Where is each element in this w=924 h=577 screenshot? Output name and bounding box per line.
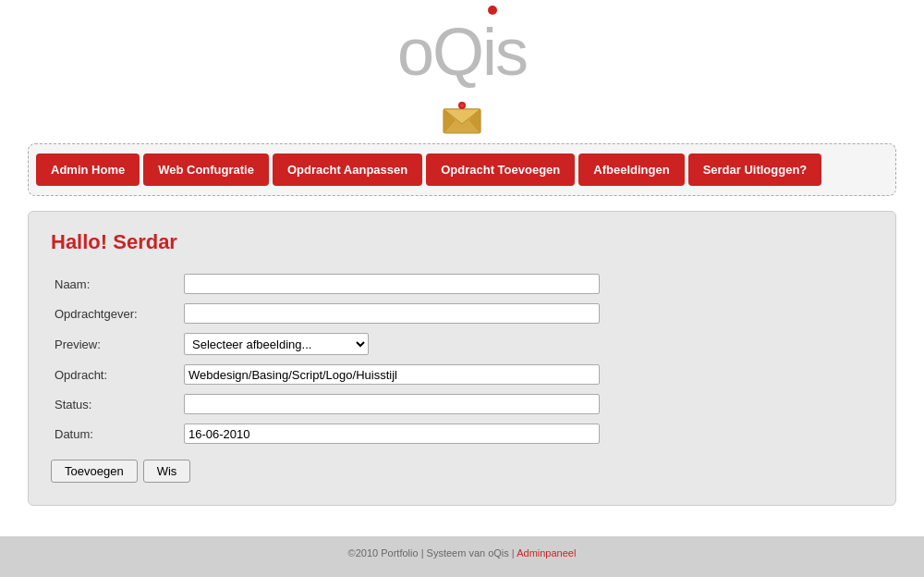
footer: ©2010 Portfolio | Systeem van oQis | Adm… [0, 536, 924, 570]
form-row-datum: Datum: [51, 419, 873, 448]
nav-admin-home[interactable]: Admin Home [36, 153, 140, 186]
greeting: Hallo! Serdar [51, 230, 873, 254]
envelope-icon [442, 102, 482, 135]
btn-wis[interactable]: Wis [143, 460, 191, 483]
form-table: Naam: Opdrachtgever: Preview: Selecteer … [51, 269, 873, 448]
input-status[interactable] [184, 394, 600, 414]
form-buttons: Toevoegen Wis [51, 460, 873, 483]
input-datum[interactable] [184, 424, 600, 444]
label-preview: Preview: [51, 328, 180, 360]
logo: oQis [397, 18, 527, 85]
nav-afbeeldingen[interactable]: Afbeeldingen [578, 153, 684, 186]
logo-dot [488, 6, 497, 15]
label-datum: Datum: [51, 419, 180, 448]
input-opdracht[interactable] [184, 364, 600, 385]
form-row-naam: Naam: [51, 269, 873, 299]
logo-o: o [397, 15, 432, 89]
main-content: Hallo! Serdar Naam: Opdrachtgever: Previ… [28, 211, 896, 506]
label-naam: Naam: [51, 269, 180, 299]
nav-opdracht-aanpassen[interactable]: Opdracht Aanpassen [273, 153, 422, 186]
form-row-opdracht: Opdracht: [51, 360, 873, 389]
svg-point-5 [460, 104, 464, 107]
header: oQis [0, 0, 924, 94]
label-opdracht: Opdracht: [51, 360, 180, 389]
label-opdrachtgever: Opdrachtgever: [51, 299, 180, 328]
nav-bar: Admin Home Web Confugratie Opdracht Aanp… [28, 143, 896, 196]
select-preview[interactable]: Selecteer afbeelding... [184, 333, 369, 355]
form-row-opdrachtgever: Opdrachtgever: [51, 299, 873, 328]
logo-Q: Q [432, 15, 482, 89]
footer-adminpaneel-link[interactable]: Adminpaneel [517, 547, 576, 559]
input-opdrachtgever[interactable] [184, 303, 600, 324]
btn-toevoegen[interactable]: Toevoegen [51, 460, 138, 483]
logo-s: s [495, 15, 527, 89]
label-status: Status: [51, 389, 180, 419]
form-row-preview: Preview: Selecteer afbeelding... [51, 328, 873, 360]
nav-serdar-uitloggen[interactable]: Serdar Uitloggen? [688, 153, 822, 186]
form-row-status: Status: [51, 389, 873, 419]
nav-web-config[interactable]: Web Confugratie [143, 153, 269, 186]
logo-i-letter: i [482, 15, 495, 89]
nav-opdracht-toevoegen[interactable]: Opdracht Toevoegen [426, 153, 575, 186]
footer-text: ©2010 Portfolio | Systeem van oQis | Adm… [348, 547, 577, 559]
input-naam[interactable] [184, 274, 600, 294]
envelope-area [0, 94, 924, 143]
